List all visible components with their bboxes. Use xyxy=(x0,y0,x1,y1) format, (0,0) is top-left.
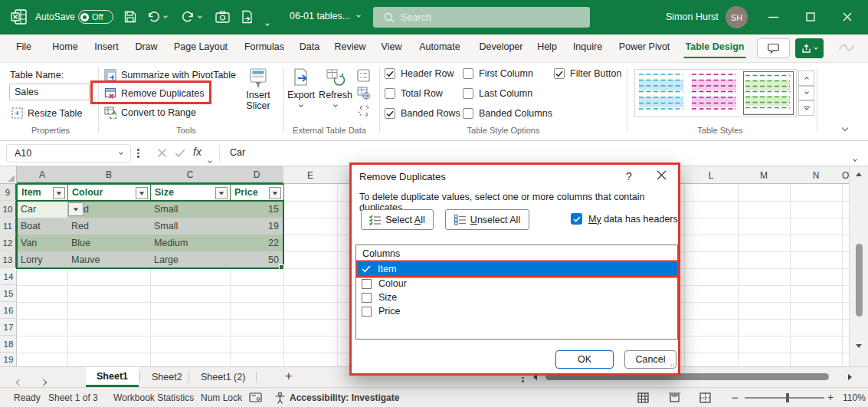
cell-D11[interactable]: 19 xyxy=(230,218,283,235)
column-header-D[interactable]: D xyxy=(230,166,283,184)
checkbox-first-column[interactable]: First Column xyxy=(463,68,533,79)
sheet-nav-next[interactable] xyxy=(41,374,46,388)
unselect-all-button[interactable]: Unselect All xyxy=(445,209,529,230)
table-properties-button[interactable] xyxy=(357,69,370,82)
tab-file[interactable]: File xyxy=(16,41,31,52)
tab-developer[interactable]: Developer xyxy=(480,41,523,52)
close-button[interactable] xyxy=(843,12,852,21)
cell-A9[interactable]: Item xyxy=(17,184,68,201)
tab-insert[interactable]: Insert xyxy=(94,41,118,52)
name-box[interactable]: A10 xyxy=(6,144,131,162)
open-in-browser-button[interactable] xyxy=(357,87,370,100)
tab-power-pivot[interactable]: Power Pivot xyxy=(619,41,670,52)
filter-button-item[interactable] xyxy=(53,187,65,199)
cell-C11[interactable]: Small xyxy=(150,218,230,235)
checkbox-banded-columns[interactable]: Banded Columns xyxy=(463,108,552,119)
camera-icon-button[interactable] xyxy=(215,11,230,23)
status-mode[interactable]: Ready xyxy=(14,392,41,403)
avatar[interactable]: SH xyxy=(726,6,748,28)
row-header-16[interactable]: 16 xyxy=(0,302,17,319)
cancel-button[interactable]: Cancel xyxy=(624,350,676,369)
cell-C10[interactable]: Small xyxy=(150,201,230,218)
cell-B11[interactable]: Red xyxy=(67,218,150,235)
collapse-ribbon-chevron[interactable] xyxy=(843,120,847,133)
table-name-input[interactable]: Sales xyxy=(9,84,90,100)
minimize-button[interactable] xyxy=(768,16,778,18)
row-header-13[interactable]: 13 xyxy=(0,251,17,268)
page-export-button[interactable] xyxy=(241,10,254,24)
cell-dropdown-button[interactable] xyxy=(68,202,84,216)
insert-function-button[interactable]: fx xyxy=(193,146,201,158)
redo-button[interactable] xyxy=(182,11,201,23)
tab-data[interactable]: Data xyxy=(300,41,319,52)
page-layout-view-icon[interactable] xyxy=(669,392,680,403)
vertical-scrollbar[interactable] xyxy=(849,166,868,366)
column-option-price[interactable]: Price xyxy=(358,304,677,318)
column-header-M[interactable]: M xyxy=(738,166,790,184)
summarize-with-pivottable-button[interactable]: Summarize with PivotTable xyxy=(104,69,236,81)
fx-chevron-icon[interactable] xyxy=(208,152,211,166)
sheet-tab-sheet1[interactable]: Sheet1 xyxy=(86,367,139,387)
vertical-scroll-thumb[interactable] xyxy=(856,244,863,317)
cell-B13[interactable]: Mauve xyxy=(67,251,150,268)
qat-customize-chevron[interactable] xyxy=(266,15,269,28)
confirm-entry-icon[interactable] xyxy=(175,149,185,157)
scroll-right-arrow[interactable] xyxy=(848,374,852,380)
row-header-10[interactable]: 10 xyxy=(0,201,17,218)
column-option-size[interactable]: Size xyxy=(358,290,677,304)
search-input[interactable]: Search xyxy=(373,7,590,28)
display-settings-icon[interactable] xyxy=(249,392,262,403)
scroll-down-arrow[interactable] xyxy=(856,344,862,348)
cancel-entry-icon[interactable] xyxy=(157,148,167,158)
cell-D10[interactable]: 15 xyxy=(230,201,283,218)
formula-bar-handle[interactable] xyxy=(137,149,139,158)
tab-inquire[interactable]: Inquire xyxy=(573,41,602,52)
status-workbook-statistics[interactable]: Workbook Statistics xyxy=(113,392,194,403)
tab-automate[interactable]: Automate xyxy=(419,41,460,52)
checkbox-total-row[interactable]: Total Row xyxy=(385,88,443,99)
row-header-15[interactable]: 15 xyxy=(0,285,17,302)
my-data-has-headers-checkbox[interactable]: My data has headers xyxy=(571,213,678,225)
insert-slicer-button[interactable]: Insert Slicer xyxy=(236,67,280,111)
export-button[interactable]: Export xyxy=(285,67,317,107)
expand-formula-bar-chevron[interactable] xyxy=(853,150,857,164)
gallery-more-button[interactable] xyxy=(798,100,814,116)
cell-A12[interactable]: Van xyxy=(17,235,67,251)
gallery-scroll-up-button[interactable] xyxy=(798,71,814,86)
gallery-scroll-down-button[interactable] xyxy=(798,86,814,101)
file-name-menu[interactable]: 06-01 tables... xyxy=(290,11,360,21)
zoom-slider-track[interactable] xyxy=(745,397,824,399)
cell-A11[interactable]: Boat xyxy=(17,218,67,235)
dialog-close-button[interactable] xyxy=(657,170,667,180)
zoom-level[interactable]: 110% xyxy=(843,392,866,403)
zoom-in-button[interactable]: + xyxy=(827,391,834,403)
maximize-button[interactable] xyxy=(806,12,815,21)
share-button[interactable] xyxy=(795,38,824,58)
tab-page-layout[interactable]: Page Layout xyxy=(174,41,228,52)
column-header-N[interactable]: N xyxy=(790,166,842,184)
formula-content[interactable]: Car xyxy=(230,147,245,158)
sheet-tab-sheet2[interactable]: Sheet2 xyxy=(141,367,193,387)
column-header-O[interactable]: O xyxy=(842,166,849,184)
cell-B9[interactable]: Colour xyxy=(67,184,151,201)
select-all-corner[interactable] xyxy=(0,166,17,184)
checkbox-filter-button[interactable]: Filter Button xyxy=(554,68,621,79)
unlink-button[interactable] xyxy=(357,105,371,117)
row-header-12[interactable]: 12 xyxy=(0,235,17,251)
scroll-up-arrow[interactable] xyxy=(856,172,862,176)
fill-handle[interactable] xyxy=(279,264,284,270)
autosave-toggle[interactable]: Off xyxy=(78,10,113,24)
checkbox-banded-rows[interactable]: Banded Rows xyxy=(385,108,460,119)
column-header-L[interactable]: L xyxy=(684,166,738,184)
tab-home[interactable]: Home xyxy=(52,41,77,52)
accessibility-icon[interactable] xyxy=(274,392,286,404)
refresh-button[interactable]: Refresh xyxy=(318,67,353,107)
cell-A13[interactable]: Lorry xyxy=(17,251,67,268)
filter-button-size[interactable] xyxy=(215,187,228,199)
row-header-9[interactable]: 9 xyxy=(0,184,17,201)
status-accessibility[interactable]: Accessibility: Investigate xyxy=(290,392,399,403)
checkbox-header-row[interactable]: Header Row xyxy=(385,68,454,79)
row-header-11[interactable]: 11 xyxy=(0,218,17,235)
convert-to-range-button[interactable]: Convert to Range xyxy=(104,107,196,119)
cell-C13[interactable]: Large xyxy=(150,251,230,268)
